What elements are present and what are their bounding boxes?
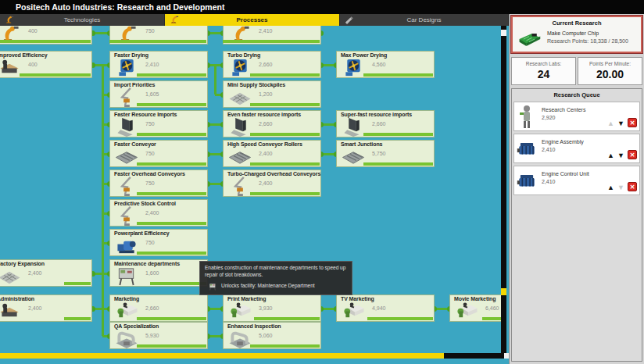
research-node-cost: 2,660	[259, 62, 273, 67]
research-node[interactable]: Maintenance departments1,600	[109, 259, 208, 287]
research-progress-bar	[137, 133, 206, 136]
research-node-cost: 1,600	[145, 270, 159, 276]
research-node-cost: 2,400	[28, 305, 42, 311]
research-node-cost: 750	[145, 28, 155, 34]
remove-button[interactable]: ✕	[628, 118, 637, 127]
tab-technologies[interactable]: Technologies	[0, 14, 165, 26]
horizontal-scrollbar-thumb[interactable]	[0, 353, 444, 359]
tab-label: Processes	[236, 16, 267, 23]
research-node[interactable]: QA Specialization5,930	[109, 322, 208, 349]
research-queue-item[interactable]: Engine Control Unit2,410▲▼✕	[513, 166, 640, 195]
tab-bar: Technologies Processes Car Designs	[0, 14, 509, 26]
research-node[interactable]: Predictive Stock Control2,400	[109, 199, 208, 227]
research-node[interactable]: Faster Resource Imports750	[109, 110, 208, 137]
research-queue-item[interactable]: Research Centers2,920▲▼✕	[513, 102, 640, 131]
research-progress-bar	[64, 317, 91, 320]
move-down-button[interactable]: ▼	[617, 152, 624, 159]
desk-icon	[0, 301, 23, 322]
remove-button[interactable]: ✕	[628, 182, 637, 191]
research-node[interactable]: Faster Overhead Conveyors750	[109, 170, 208, 197]
research-node-cost: 4,940	[372, 305, 386, 311]
research-node[interactable]: High Speed Conveyor Rollers2,400	[223, 140, 321, 167]
research-queue-item[interactable]: Engine Assembly2,410▲▼✕	[513, 134, 640, 163]
queue-item-cost: 2,920	[542, 115, 556, 120]
tab-processes[interactable]: Processes	[165, 14, 340, 26]
research-labs-box: Research Labs: 24	[511, 57, 576, 85]
research-node[interactable]: Movie Marketing6,460	[449, 294, 501, 322]
research-progress-bar	[363, 162, 433, 166]
remove-button[interactable]: ✕	[628, 150, 637, 159]
vertical-scrollbar[interactable]	[501, 26, 506, 353]
move-down-button[interactable]: ▼	[617, 184, 624, 191]
window-title: Positech Auto Industries: Research and D…	[0, 0, 644, 14]
research-node[interactable]: Print Marketing3,930	[223, 294, 321, 322]
research-node-cost: 2,410	[259, 28, 273, 34]
tooltip: Enables construction of maintenance depa…	[199, 261, 352, 295]
research-tree[interactable]: 4007502,410Improved Efficiency400Faster …	[0, 26, 501, 353]
research-node[interactable]: Max Power Drying4,560	[336, 51, 435, 78]
research-node-title: Turbo-Charged Overhead Conveyors	[227, 171, 320, 177]
research-node-cost: 750	[145, 180, 155, 186]
research-node[interactable]: Even faster resource imports2,660	[223, 110, 321, 137]
research-node-title: Improved Efficiency	[0, 52, 48, 58]
research-progress-bar	[250, 162, 320, 166]
research-node-title: Super-fast resource imports	[341, 112, 412, 117]
research-node[interactable]: Super-fast resource imports2,660	[336, 110, 435, 137]
move-up-button[interactable]: ▲	[607, 184, 614, 191]
tab-label: Car Designs	[406, 16, 441, 23]
research-node[interactable]: Turbo-Charged Overhead Conveyors2,400	[223, 170, 321, 197]
tab-car-designs[interactable]: Car Designs	[340, 14, 509, 26]
pallet-icon	[0, 266, 23, 287]
points-per-minute-box: Points Per Minute: 20.00	[578, 57, 642, 85]
research-node-title: Even faster resource imports	[227, 112, 301, 117]
move-up-button[interactable]: ▲	[607, 120, 614, 127]
research-node[interactable]: 750	[109, 26, 208, 45]
current-research-header: Current Research	[513, 20, 641, 27]
research-node-title: Predictive Stock Control	[114, 201, 176, 206]
move-up-button[interactable]: ▲	[607, 152, 614, 159]
engine-icon	[517, 169, 537, 194]
research-node-title: Faster Resource Imports	[114, 112, 177, 117]
game-screen: Positech Auto Industries: Research and D…	[0, 0, 644, 364]
research-node-cost: 750	[145, 151, 155, 156]
robot-arm-icon	[4, 15, 15, 24]
queue-item-name: Research Centers	[542, 107, 585, 112]
vertical-scrollbar-thumb[interactable]	[501, 30, 506, 36]
research-node[interactable]: Faster Conveyor750	[109, 140, 208, 167]
research-node-cost: 1,605	[145, 91, 159, 97]
research-node-cost: 5,060	[259, 333, 273, 338]
research-labs-label: Research Labs:	[512, 61, 575, 66]
research-node[interactable]: Turbo Drying2,660	[223, 51, 321, 78]
move-down-button[interactable]: ▼	[617, 120, 624, 127]
research-node-cost: 750	[145, 121, 155, 127]
research-node[interactable]: Smart Junctions5,750	[336, 140, 435, 167]
research-node[interactable]: TV Marketing4,940	[336, 294, 435, 322]
engine-icon	[517, 137, 537, 162]
research-node[interactable]: Marketing2,660	[109, 294, 208, 322]
research-node-cost: 2,400	[28, 270, 42, 276]
research-node[interactable]: Administration2,400	[0, 294, 92, 322]
research-side-panel: Current Research Make Computer Chip Rese…	[509, 14, 644, 364]
research-node-title: Max Power Drying	[341, 52, 387, 58]
research-node-cost: 750	[145, 240, 155, 245]
research-node-cost: 1,200	[259, 91, 273, 97]
queue-item-name: Engine Control Unit	[542, 171, 589, 177]
research-node[interactable]: Factory Expansion2,400	[0, 259, 92, 287]
research-node[interactable]: 2,410	[223, 26, 321, 45]
research-queue-items: Research Centers2,920▲▼✕Engine Assembly2…	[512, 102, 642, 195]
research-node-cost: 2,400	[259, 151, 273, 156]
research-node[interactable]: Faster Drying2,410	[109, 51, 208, 78]
tooltip-text: Enables construction of maintenance depa…	[205, 265, 347, 279]
research-progress-bar	[64, 282, 91, 285]
research-node[interactable]: Import Priorities1,605	[109, 80, 208, 108]
research-node[interactable]: Improved Efficiency400	[0, 51, 92, 78]
research-node[interactable]: 400	[0, 26, 92, 45]
horizontal-scrollbar[interactable]	[0, 353, 509, 359]
research-node[interactable]: Mini Supply Stockpiles1,200	[223, 80, 321, 108]
research-node[interactable]: Enhanced Inspection5,060	[223, 322, 321, 349]
research-node-title: High Speed Conveyor Rollers	[227, 141, 302, 147]
research-node-cost: 400	[28, 62, 38, 67]
board-icon	[113, 266, 141, 287]
research-progress-bar	[137, 344, 206, 348]
research-node[interactable]: Powerplant Efficiency750	[109, 229, 208, 256]
